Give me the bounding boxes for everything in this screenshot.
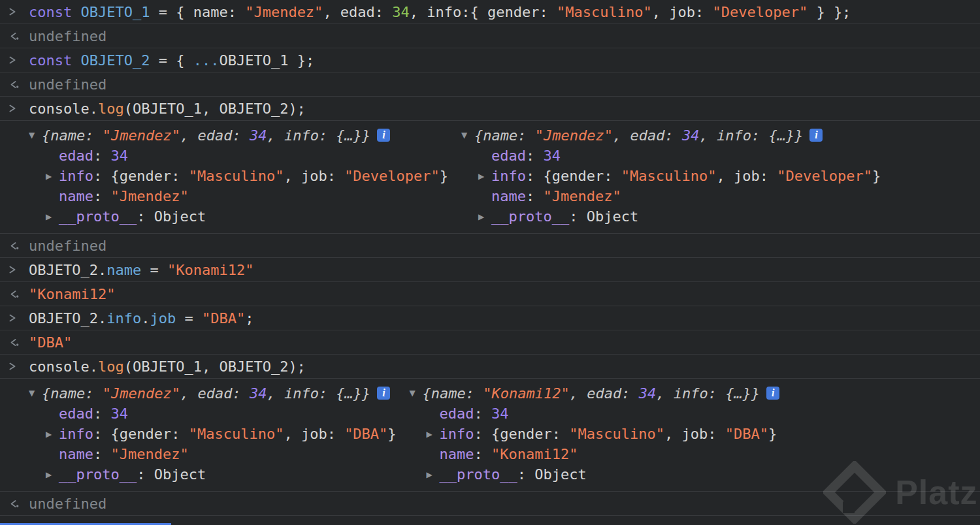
info-icon[interactable]: i (377, 129, 390, 142)
code-token: , edad: (570, 385, 639, 402)
code-token: Object (154, 208, 206, 225)
info-icon[interactable]: i (809, 129, 823, 142)
watermark-text: Platzi (895, 473, 980, 512)
collapse-triangle-icon[interactable]: ▼ (29, 131, 42, 139)
collapse-triangle-icon[interactable]: ▼ (29, 389, 42, 397)
code-token: name (440, 446, 474, 462)
code-token: {gender: (491, 426, 569, 442)
code-token: (OBJETO_1, OBJETO_2); (124, 101, 306, 117)
object-property-row: edad: 34 (478, 146, 881, 166)
code-token: : (93, 188, 111, 204)
result-text: undefined (29, 496, 106, 512)
code-token: : (93, 426, 111, 442)
expand-triangle-icon[interactable]: ▶ (427, 430, 440, 438)
command-text: const OBJETO_1 = { name: "Jmendez", edad… (29, 4, 851, 20)
code-token: , job: (284, 168, 344, 184)
code-token: 34 (250, 127, 267, 144)
code-token: = { name: (150, 4, 245, 20)
expand-triangle-icon[interactable]: ▶ (478, 172, 491, 180)
prompt-chevron-icon (0, 362, 29, 371)
code-token: "Jmendez" (544, 188, 621, 204)
info-icon[interactable]: i (766, 387, 779, 400)
code-token: info (440, 426, 474, 442)
code-token: __proto__ (59, 466, 137, 483)
platzi-logo-icon (823, 461, 886, 524)
code-token: "DBA" (29, 334, 72, 351)
code-token: : (526, 188, 544, 204)
console-result-row: undefined (0, 72, 980, 97)
code-token: 34 (110, 406, 128, 422)
code-token: "Jmendez" (535, 127, 613, 144)
code-token: OBJETO_2. (29, 310, 106, 326)
code-token: 34 (110, 148, 128, 164)
expand-triangle-icon[interactable]: ▶ (46, 172, 59, 180)
code-token: "Jmendez" (110, 188, 188, 204)
object-preview: ▼{name: "Jmendez", edad: 34, info: {…}}i (29, 125, 448, 146)
result-text: "Konami12" (29, 286, 115, 302)
code-token: : (517, 466, 535, 483)
code-token: 34 (392, 4, 410, 20)
code-token: = (141, 262, 167, 278)
console-messages[interactable]: const OBJETO_1 = { name: "Jmendez", edad… (0, 0, 980, 516)
code-token: "Developer" (344, 168, 440, 184)
code-token: } (440, 168, 448, 184)
code-token: {gender: (544, 168, 621, 184)
code-token: (OBJETO_1, OBJETO_2); (124, 358, 306, 375)
console-input-row: console.log(OBJETO_1, OBJETO_2); (0, 97, 980, 121)
object-property-row: ▶__proto__: Object (46, 464, 397, 485)
code-token: {name: (42, 385, 103, 402)
code-token: const (29, 4, 80, 20)
console-input-row: const OBJETO_2 = { ...OBJETO_1 }; (0, 48, 980, 72)
code-token: console. (29, 101, 98, 117)
expand-triangle-icon[interactable]: ▶ (46, 213, 59, 221)
result-arrow-icon (0, 31, 29, 40)
object-property-row: ▶info: {gender: "Masculino", job: "DBA"} (46, 424, 397, 444)
object-property-row: name: "Konami12" (427, 444, 780, 464)
code-token: , edad: (323, 4, 392, 20)
expand-triangle-icon[interactable]: ▶ (478, 213, 491, 221)
code-token: job (150, 310, 176, 326)
code-token: } (387, 426, 396, 442)
code-token: , edad: (180, 127, 250, 144)
expand-triangle-icon[interactable]: ▶ (46, 430, 59, 438)
code-token: : (569, 208, 587, 225)
console-log-row: ▼{name: "Jmendez", edad: 34, info: {…}}i… (0, 121, 980, 234)
code-token: {name: (474, 127, 535, 144)
command-text: console.log(OBJETO_1, OBJETO_2); (29, 101, 306, 117)
collapse-triangle-icon[interactable]: ▼ (461, 131, 474, 139)
result-text: undefined (29, 76, 106, 93)
object-preview: ▼{name: "Jmendez", edad: 34, info: {…}}i (29, 383, 397, 404)
prompt-chevron-icon (0, 313, 29, 323)
object-property-row: ▶info: {gender: "Masculino", job: "Devel… (46, 166, 448, 186)
object-tree: ▼{name: "Jmendez", edad: 34, info: {…}}i… (29, 125, 448, 227)
console-input-row: OBJETO_2.info.job = "DBA"; (0, 306, 980, 330)
code-token: : (526, 148, 544, 164)
expand-triangle-icon[interactable]: ▶ (46, 471, 59, 479)
code-token: edad (59, 148, 93, 164)
command-text: OBJETO_2.info.job = "DBA"; (29, 310, 253, 326)
code-token: ; (245, 310, 253, 326)
prompt-chevron-icon (0, 7, 29, 16)
code-token: Object (154, 466, 206, 483)
code-token: : (474, 406, 492, 422)
result-arrow-icon (0, 241, 29, 250)
code-token: undefined (29, 76, 106, 93)
expand-triangle-icon[interactable]: ▶ (427, 471, 440, 479)
code-token: 34 (544, 148, 561, 164)
collapse-triangle-icon[interactable]: ▼ (410, 389, 423, 397)
code-token: "Masculino" (621, 168, 717, 184)
code-token: "Masculino" (569, 426, 664, 442)
code-token: const (29, 52, 80, 69)
platzi-watermark: Platzi (823, 461, 980, 524)
object-property-row: ▶__proto__: Object (478, 206, 881, 227)
code-token: : (93, 148, 111, 164)
code-token: log (98, 358, 124, 375)
info-icon[interactable]: i (377, 387, 390, 400)
code-token: edad (491, 148, 526, 164)
result-text: undefined (29, 238, 106, 254)
code-token: __proto__ (440, 466, 517, 483)
code-token: "Masculino" (557, 4, 652, 20)
command-text: OBJETO_2.name = "Konami12" (29, 262, 253, 278)
code-token: = (176, 310, 202, 326)
code-token: : (93, 446, 111, 462)
